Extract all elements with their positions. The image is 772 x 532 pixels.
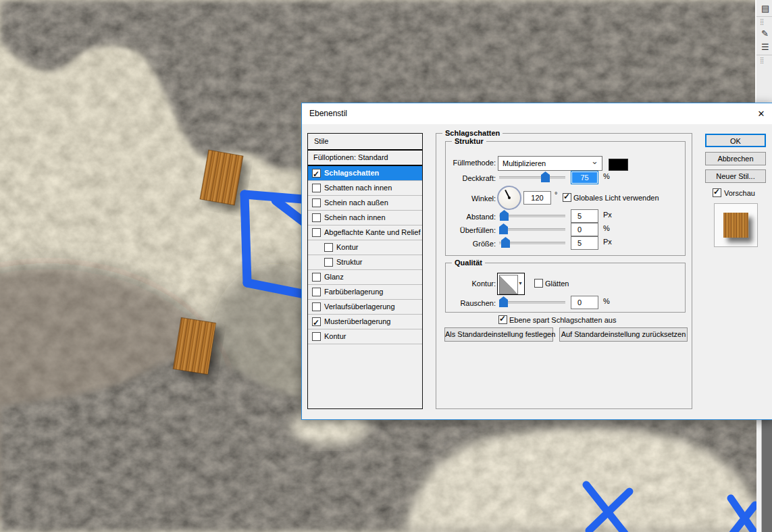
style-row-label: Fülloptionen: Standard [313,151,388,165]
slider-thumb[interactable] [541,171,550,182]
style-row-farbüberlagerung[interactable]: Farbüberlagerung [308,285,422,300]
dock-tool-icon[interactable]: ✎ [761,29,772,38]
angle-dial[interactable] [497,186,521,210]
noise-input[interactable]: 0 [571,296,598,309]
style-row-checkbox[interactable] [312,184,321,192]
style-row-label: Schlagschatten [324,166,379,180]
slider-thumb[interactable] [499,296,508,307]
style-row-checkbox[interactable] [312,228,321,237]
style-row-checkbox[interactable] [324,243,333,252]
size-label: Größe: [440,240,496,248]
style-row-label: Glanz [324,270,344,284]
opacity-value: 75 [572,172,597,183]
global-light-checkbox[interactable] [563,193,571,202]
style-row-checkbox[interactable] [324,258,333,267]
preview-checkbox[interactable] [713,188,721,197]
panel-dock-bottom[interactable] [756,419,772,532]
slider-thumb[interactable] [501,237,510,248]
dock-grip-icon[interactable]: ⣿ [760,57,765,63]
reset-default-button[interactable]: Auf Standardeinstellung zurücksetzen [559,327,688,342]
style-row-schlagschatten[interactable]: Schlagschatten [308,166,422,181]
style-row-checkbox[interactable] [312,169,321,178]
quality-title: Qualität [452,259,485,267]
opacity-unit: % [603,172,610,180]
style-row-label: Struktur [336,255,363,269]
contour-label: Kontur: [440,280,496,288]
panel-dock-top[interactable]: ▤ ⣿ ✎ ☰ ⣿ [755,0,772,103]
distance-input[interactable]: 5 [571,209,598,223]
style-row-kontur[interactable]: Kontur [308,329,422,344]
style-row-schatten-nach-innen[interactable]: Schatten nach innen [308,181,422,196]
angle-input[interactable]: 120 [523,191,551,205]
opacity-slider[interactable] [499,171,565,182]
style-row-fülloptionen-standard[interactable]: Fülloptionen: Standard [308,151,422,166]
style-row-checkbox[interactable] [312,273,321,282]
size-slider[interactable] [499,237,565,248]
style-row-label: Abgeflachte Kante und Relief [324,225,421,240]
style-row-verlaufsüberlagerung[interactable]: Verlaufsüberlagerung [308,300,422,315]
dock-panels-icon[interactable]: ▤ [761,4,772,14]
style-row-kontur[interactable]: Kontur [308,240,422,255]
spread-unit: % [603,224,610,232]
quality-group: Qualität Kontur: ▼ Glätten Rauschen: 0 % [445,263,686,313]
set-default-button[interactable]: Als Standardeinstellung festlegen [444,327,553,342]
blend-mode-select[interactable]: Multiplizieren ⌄ [498,156,602,171]
spread-input[interactable]: 0 [571,223,598,236]
distance-slider[interactable] [499,210,565,221]
size-unit: Px [603,238,612,246]
group-title: Schlagschatten [442,129,503,137]
size-input[interactable]: 5 [571,236,598,250]
contour-arrow-icon: ▼ [518,281,523,286]
style-row-checkbox[interactable] [312,288,321,296]
style-row-glanz[interactable]: Glanz [308,270,422,285]
layer-style-dialog: Ebenenstil ✕ Stile Fülloptionen: Standar… [301,103,772,420]
shadow-color-swatch[interactable] [609,159,628,171]
new-style-button[interactable]: Neuer Stil... [705,169,766,183]
blend-mode-value: Multiplizieren [503,159,546,167]
knockout-label: Ebene spart Schlagschatten aus [509,316,616,324]
style-row-musterüberlagerung[interactable]: Musterüberlagerung [308,315,422,329]
contour-picker[interactable]: ▼ [497,273,525,295]
style-row-checkbox[interactable] [312,198,321,207]
spread-slider[interactable] [499,223,565,234]
style-row-checkbox[interactable] [312,302,321,311]
smooth-checkbox[interactable] [534,279,543,288]
slider-track [499,176,565,179]
styles-list-header[interactable]: Stile [308,134,422,151]
close-icon[interactable]: ✕ [753,107,769,122]
opacity-label: Deckkraft: [440,174,496,182]
style-row-struktur[interactable]: Struktur [308,255,422,270]
style-row-label: Musterüberlagerung [324,315,390,329]
dock-list-icon[interactable]: ☰ [761,43,772,52]
structure-group: Struktur Füllmethode: Multiplizieren ⌄ D… [445,141,686,256]
structure-title: Struktur [452,137,486,145]
style-row-schein-nach-innen[interactable]: Schein nach innen [308,211,422,225]
noise-slider[interactable] [499,296,565,307]
drop-shadow-group: Schlagschatten Struktur Füllmethode: Mul… [436,133,692,409]
style-row-checkbox[interactable] [312,213,321,222]
slider-thumb[interactable] [499,223,508,234]
spread-label: Überfüllen: [440,226,496,234]
dialog-titlebar[interactable]: Ebenenstil [302,103,772,124]
style-row-label: Schein nach außen [324,196,388,210]
cancel-button[interactable]: Abbrechen [705,152,766,165]
style-row-label: Farbüberlagerung [324,285,383,299]
style-row-checkbox[interactable] [312,317,321,326]
blend-mode-label: Füllmethode: [440,159,496,167]
style-row-schein-nach-außen[interactable]: Schein nach außen [308,196,422,211]
angle-label: Winkel: [440,194,496,203]
style-row-checkbox[interactable] [312,332,321,341]
smooth-label: Glätten [545,280,569,288]
noise-label: Rauschen: [440,299,496,307]
style-row-abgeflachte-kante-und-relief[interactable]: Abgeflachte Kante und Relief [308,225,422,240]
knockout-checkbox[interactable] [498,315,507,324]
styles-list: Stile Fülloptionen: StandardSchlagschatt… [307,133,423,409]
ok-button[interactable]: OK [705,134,766,147]
angle-unit: ° [555,190,557,198]
photoshop-workspace: ▤ ⣿ ✎ ☰ ⣿ Ebenenstil ✕ Stile Fülloptione… [0,0,772,532]
dock-grip-icon[interactable]: ⣿ [760,18,765,25]
opacity-input[interactable]: 75 [571,171,598,184]
dialog-title: Ebenenstil [309,109,347,118]
chevron-down-icon: ⌄ [591,155,598,168]
slider-thumb[interactable] [500,210,509,221]
